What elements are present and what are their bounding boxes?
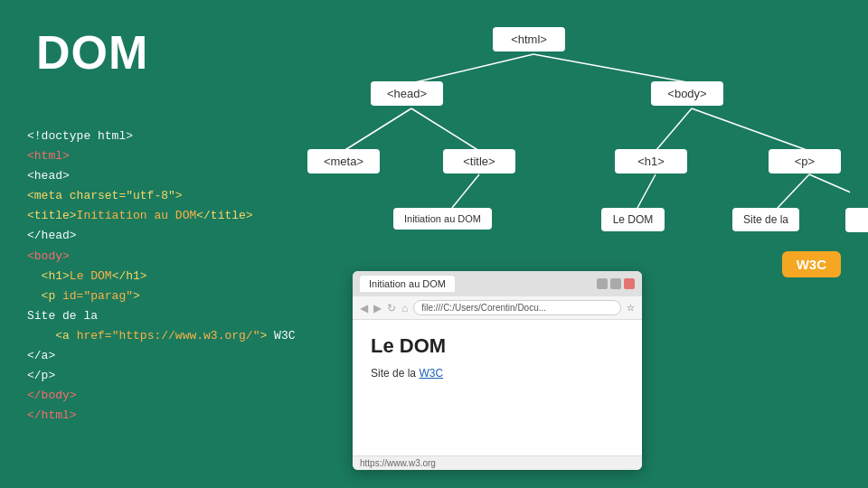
browser-titlebar: Initiation au DOM xyxy=(353,271,642,296)
code-line-14: </body> xyxy=(27,386,296,406)
node-site-text: Site de la xyxy=(732,208,799,231)
home-icon: ⌂ xyxy=(401,302,408,314)
node-p: <p> xyxy=(769,149,841,174)
page-title: DOM xyxy=(36,25,148,80)
svg-line-6 xyxy=(452,174,479,208)
code-line-11: <a href="https://www.w3.org/"> W3C xyxy=(27,326,296,346)
node-html: <html> xyxy=(493,27,565,52)
svg-line-2 xyxy=(344,108,411,151)
svg-line-9 xyxy=(809,174,850,208)
svg-line-8 xyxy=(778,174,809,208)
code-line-13: </p> xyxy=(27,366,296,386)
browser-p: Site de la W3C xyxy=(371,367,624,380)
forward-icon: ▶ xyxy=(373,302,382,314)
browser-tab: Initiation au DOM xyxy=(360,276,455,292)
node-meta: <meta> xyxy=(307,149,380,174)
browser-h1: Le DOM xyxy=(371,334,624,358)
node-title-text: Initiation au DOM xyxy=(393,208,492,230)
browser-mockup: Initiation au DOM ◀ ▶ ↻ ⌂ file:///C:/Use… xyxy=(353,271,642,470)
code-line-12: </a> xyxy=(27,346,296,366)
browser-window-controls xyxy=(597,278,635,289)
minimize-icon xyxy=(597,278,608,289)
address-bar: file:///C:/Users/Corentin/Docu... xyxy=(413,300,621,315)
node-h1: <h1> xyxy=(615,149,687,174)
browser-statusbar: https://www.w3.org xyxy=(353,455,642,470)
close-icon xyxy=(624,278,635,289)
back-icon: ◀ xyxy=(360,302,368,314)
svg-line-7 xyxy=(637,174,656,208)
node-h1-text: Le DOM xyxy=(601,208,665,231)
bookmark-icon: ☆ xyxy=(627,303,635,313)
code-line-15: </html> xyxy=(27,406,296,426)
browser-link: W3C xyxy=(419,367,443,380)
maximize-icon xyxy=(610,278,621,289)
svg-line-5 xyxy=(692,108,809,151)
svg-line-0 xyxy=(411,54,533,83)
reload-icon: ↻ xyxy=(387,302,396,314)
node-a: <a> xyxy=(845,208,868,232)
node-head: <head> xyxy=(371,81,443,106)
browser-addressbar: ◀ ▶ ↻ ⌂ file:///C:/Users/Corentin/Docu..… xyxy=(353,296,642,320)
code-line-10: Site de la xyxy=(27,306,296,326)
browser-content: Le DOM Site de la W3C xyxy=(353,320,642,398)
svg-line-3 xyxy=(411,108,479,151)
w3c-badge: W3C xyxy=(782,251,841,277)
svg-line-4 xyxy=(656,108,692,151)
code-line-9: <p id="parag"> xyxy=(27,286,296,306)
node-body: <body> xyxy=(651,81,723,106)
node-title: <title> xyxy=(443,149,515,174)
svg-line-1 xyxy=(533,54,692,83)
dom-tree-diagram: <html> <head> <body> <meta> <title> <h1>… xyxy=(253,18,850,271)
tree-lines-svg xyxy=(253,18,850,271)
